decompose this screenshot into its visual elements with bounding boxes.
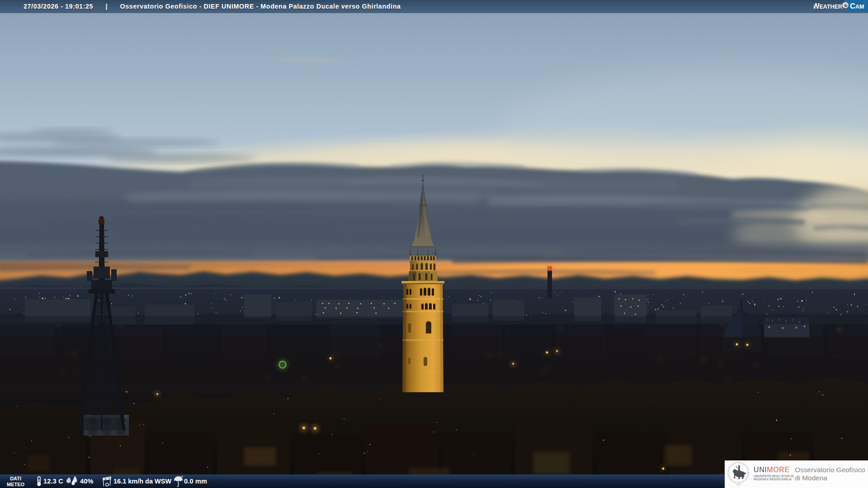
svg-text:MODENA E REGGIO EMILIA: MODENA E REGGIO EMILIA [754,478,792,481]
svg-text:UNIMORE: UNIMORE [754,466,790,474]
svg-text:UNIVERSITÀ DEGLI STUDI DI: UNIVERSITÀ DEGLI STUDI DI [754,474,794,478]
svg-text:1175: 1175 [736,483,741,486]
svg-text:Osservatorio Geofisico: Osservatorio Geofisico [795,466,865,474]
svg-text:WEATHER: WEATHER [814,2,842,10]
svg-text:di Modena: di Modena [795,474,827,482]
